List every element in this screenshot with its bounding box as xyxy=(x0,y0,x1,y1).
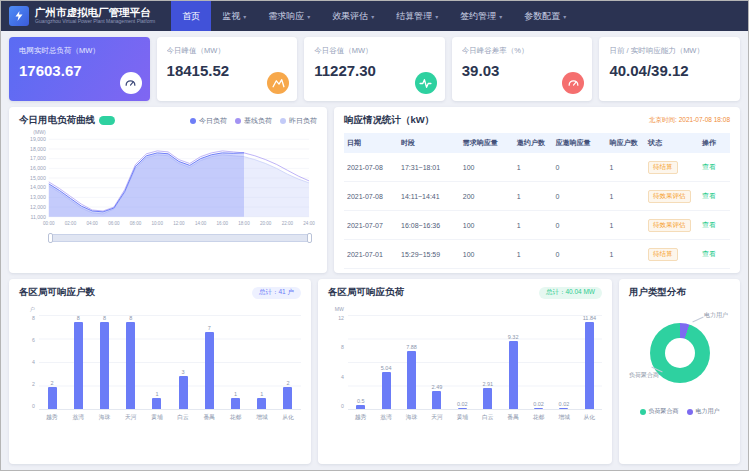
nav-item-需求响应[interactable]: 需求响应▾ xyxy=(257,1,321,31)
x-tick-label: 花都 xyxy=(222,413,248,422)
y-axis-unit: MW xyxy=(335,306,344,312)
status-badge: 待效果评估 xyxy=(648,219,691,232)
peak-icon xyxy=(267,72,289,94)
legend-item[interactable]: 电力用户 xyxy=(687,407,720,416)
bar xyxy=(382,372,391,409)
bar-column: 0.02 xyxy=(526,315,551,409)
nav-item-签约管理[interactable]: 签约管理▾ xyxy=(449,1,513,31)
bar xyxy=(126,322,135,409)
nav-item-参数配置[interactable]: 参数配置▾ xyxy=(513,1,577,31)
cell-invited: 1 xyxy=(514,240,553,269)
legend-dot xyxy=(640,409,646,415)
view-link[interactable]: 查看 xyxy=(702,163,716,170)
legend-item[interactable]: 昨日负荷 xyxy=(280,116,317,126)
bar xyxy=(179,376,188,409)
bar-value-label: 11.84 xyxy=(583,315,596,321)
bars-grid: 2888137112 xyxy=(39,315,301,410)
kpi-card-4: 日前 / 实时响应能力（MW）40.04/39.12 xyxy=(599,37,740,101)
bar xyxy=(257,398,266,409)
legend-item[interactable]: 基线负荷 xyxy=(235,116,272,126)
bar-column: 8 xyxy=(91,315,117,409)
x-tick-label: 从化 xyxy=(275,413,301,422)
status-badge: 待效果评估 xyxy=(648,190,691,203)
table-row: 2021-07-0817:31~18:01100101待结算查看 xyxy=(344,153,730,182)
svg-text:20:00: 20:00 xyxy=(260,221,272,226)
load-curve-panel: 今日用电负荷曲线 今日负荷基线负荷昨日负荷 11,00012,00013,000… xyxy=(9,107,327,273)
legend-dot xyxy=(687,409,693,415)
y-tick-label: 8 xyxy=(32,315,35,321)
svg-text:10:00: 10:00 xyxy=(152,221,164,226)
svg-text:18,000: 18,000 xyxy=(30,146,46,152)
total-badge: 总计：40.04 MW xyxy=(539,287,602,299)
x-tick-label: 越秀 xyxy=(39,413,65,422)
nav-item-label: 首页 xyxy=(182,10,200,23)
nav-item-首页[interactable]: 首页 xyxy=(171,1,211,31)
bar xyxy=(152,398,161,409)
nav-item-label: 需求响应 xyxy=(268,10,304,23)
nav-item-监视[interactable]: 监视▾ xyxy=(211,1,257,31)
cell-period: 16:08~16:36 xyxy=(398,211,460,240)
bar-value-label: 8 xyxy=(103,315,106,321)
nav-item-label: 监视 xyxy=(222,10,240,23)
svg-text:04:00: 04:00 xyxy=(86,221,98,226)
x-tick-label: 荔湾 xyxy=(65,413,91,422)
pulse-icon xyxy=(415,72,437,94)
bar-value-label: 7.88 xyxy=(406,344,417,350)
bar-value-label: 0.02 xyxy=(559,401,570,407)
cell-date: 2021-07-07 xyxy=(344,211,398,240)
column-header: 状态 xyxy=(645,133,699,153)
bar-column: 1 xyxy=(144,315,170,409)
load-curve-chart: 11,00012,00013,00014,00015,00016,00017,0… xyxy=(19,129,317,233)
bar xyxy=(205,332,214,409)
bar xyxy=(283,387,292,409)
kpi-value: 40.04/39.12 xyxy=(609,62,730,79)
slider-range[interactable] xyxy=(49,234,311,242)
kpi-card-1: 今日峰值（MW）18415.52 xyxy=(157,37,298,101)
chart-range-slider[interactable] xyxy=(49,234,311,242)
bar-value-label: 0.02 xyxy=(533,401,544,407)
y-axis-unit: 户 xyxy=(30,306,35,313)
x-tick-label: 番禺 xyxy=(500,413,525,422)
gauge-icon xyxy=(120,72,142,94)
cell-responded: 1 xyxy=(606,182,645,211)
y-tick-label: 4 xyxy=(341,374,344,380)
bar-value-label: 2.91 xyxy=(482,381,493,387)
bar-column: 7 xyxy=(196,315,222,409)
nav-item-结算管理[interactable]: 结算管理▾ xyxy=(385,1,449,31)
lightning-icon xyxy=(13,10,25,22)
bar xyxy=(432,391,441,409)
legend-item[interactable]: 今日负荷 xyxy=(190,116,227,126)
chevron-down-icon: ▾ xyxy=(307,13,310,20)
cell-demand: 200 xyxy=(460,182,514,211)
view-link[interactable]: 查看 xyxy=(702,221,716,228)
bar-column: 2.91 xyxy=(475,315,500,409)
svg-text:15,000: 15,000 xyxy=(30,175,46,181)
cell-period: 17:31~18:01 xyxy=(398,153,460,182)
slider-handle-left[interactable] xyxy=(48,233,53,243)
cell-period: 14:11~14:41 xyxy=(398,182,460,211)
y-tick-label: 4 xyxy=(32,359,35,365)
legend-item[interactable]: 负荷聚合商 xyxy=(640,407,679,416)
x-tick-label: 黄埔 xyxy=(450,413,475,422)
cell-responded: 1 xyxy=(606,240,645,269)
user-type-legend: 负荷聚合商电力用户 xyxy=(629,407,730,416)
x-tick-label: 黄埔 xyxy=(144,413,170,422)
bar xyxy=(585,322,594,409)
nav-item-效果评估[interactable]: 效果评估▾ xyxy=(321,1,385,31)
x-tick-label: 番禺 xyxy=(196,413,222,422)
kpi-label: 日前 / 实时响应能力（MW） xyxy=(609,46,730,56)
kpi-label: 电网实时总负荷（MW） xyxy=(19,46,140,56)
svg-text:12:00: 12:00 xyxy=(173,221,185,226)
chevron-down-icon: ▾ xyxy=(435,13,438,20)
y-tick-label: 8 xyxy=(341,344,344,350)
view-link[interactable]: 查看 xyxy=(702,192,716,199)
x-tick-label: 花都 xyxy=(526,413,551,422)
bar-value-label: 1 xyxy=(155,391,158,397)
y-tick-label: 0 xyxy=(32,403,35,409)
panel-title: 今日用电负荷曲线 xyxy=(19,114,95,127)
slider-handle-right[interactable] xyxy=(307,233,312,243)
legend-label: 昨日负荷 xyxy=(289,116,317,126)
bar xyxy=(509,341,518,409)
view-link[interactable]: 查看 xyxy=(702,250,716,257)
column-header: 日期 xyxy=(344,133,398,153)
